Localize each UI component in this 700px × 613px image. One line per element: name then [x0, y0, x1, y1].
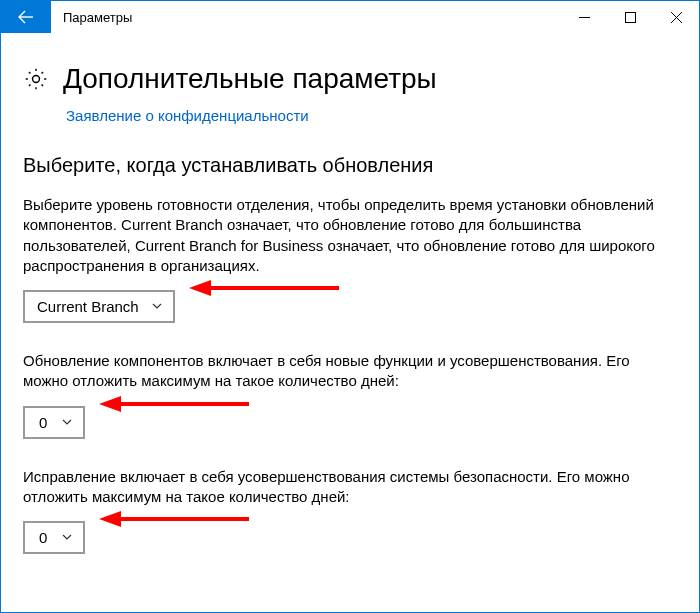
close-button[interactable] [653, 1, 699, 33]
svg-point-1 [33, 76, 40, 83]
quality-defer-value: 0 [39, 529, 47, 546]
chevron-down-icon [151, 298, 163, 315]
quality-defer-description: Исправление включает в себя усовершенств… [23, 467, 677, 508]
page-title: Дополнительные параметры [63, 63, 437, 95]
privacy-link[interactable]: Заявление о конфиденциальности [66, 107, 309, 124]
minimize-icon [579, 12, 590, 23]
svg-marker-7 [99, 511, 121, 527]
annotation-arrow [189, 276, 339, 300]
close-icon [671, 12, 682, 23]
gear-icon [23, 66, 49, 92]
minimize-button[interactable] [561, 1, 607, 33]
annotation-arrow [99, 392, 249, 416]
feature-defer-select[interactable]: 0 [23, 406, 85, 439]
svg-marker-3 [189, 280, 211, 296]
arrow-left-icon [17, 8, 35, 26]
quality-defer-select[interactable]: 0 [23, 521, 85, 554]
readiness-description: Выберите уровень готовности отделения, ч… [23, 195, 677, 276]
page-header: Дополнительные параметры [23, 63, 677, 95]
feature-defer-value: 0 [39, 414, 47, 431]
chevron-down-icon [61, 529, 73, 546]
titlebar: Параметры [1, 1, 699, 33]
chevron-down-icon [61, 414, 73, 431]
back-button[interactable] [1, 1, 51, 33]
titlebar-drag-area[interactable] [144, 1, 561, 33]
maximize-button[interactable] [607, 1, 653, 33]
branch-readiness-value: Current Branch [37, 298, 139, 315]
svg-marker-5 [99, 396, 121, 412]
svg-rect-0 [625, 12, 635, 22]
annotation-arrow [99, 507, 249, 531]
maximize-icon [625, 12, 636, 23]
page-content: Дополнительные параметры Заявление о кон… [1, 33, 699, 582]
feature-defer-description: Обновление компонентов включает в себя н… [23, 351, 677, 392]
app-title: Параметры [51, 1, 144, 33]
window-controls [561, 1, 699, 33]
branch-readiness-select[interactable]: Current Branch [23, 290, 175, 323]
section-heading: Выберите, когда устанавливать обновления [23, 154, 677, 177]
